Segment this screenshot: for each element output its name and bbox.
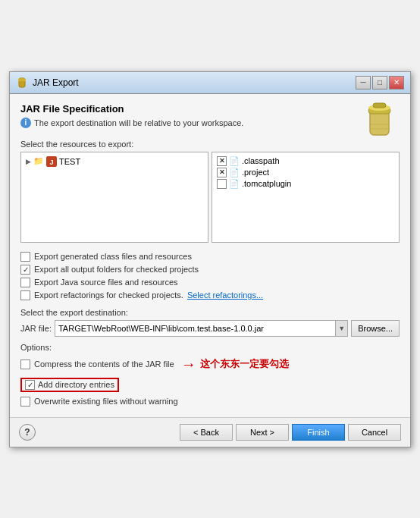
section-title: JAR File Specification <box>20 103 243 115</box>
title-bar-left: JAR Export <box>16 77 79 89</box>
options-label: Options: <box>20 343 400 352</box>
add-directory-label: Add directory entries <box>38 380 114 389</box>
export-options: Export generated class files and resourc… <box>20 250 400 302</box>
info-icon: i <box>20 118 31 128</box>
file-label-tomcatplugin: .tomcatplugin <box>242 179 291 188</box>
window-title: JAR Export <box>33 77 79 88</box>
left-tree-panel[interactable]: ▶ 📁 J TEST <box>20 152 208 243</box>
right-tree-panel[interactable]: ✕ 📄 .classpath ✕ 📄 .project 📄 .tomcatplu… <box>212 152 400 243</box>
checkbox-add-directory[interactable] <box>25 380 35 390</box>
compress-label: Compress the contents of the JAR file <box>34 359 174 369</box>
nav-buttons: < Back Next > Finish Cancel <box>180 424 401 441</box>
java-icon: J <box>46 156 57 167</box>
expand-arrow: ▶ <box>26 158 31 165</box>
section-subtitle: i The export destination will be relativ… <box>20 118 243 128</box>
checkbox-1[interactable] <box>20 265 30 275</box>
annotation-arrow: → <box>181 356 196 373</box>
checkbox-row-0: Export generated class files and resourc… <box>20 250 400 263</box>
bottom-bar: ? < Back Next > Finish Cancel <box>10 417 410 447</box>
checkbox-compress[interactable] <box>20 359 30 369</box>
checkbox-label-0: Export generated class files and resourc… <box>34 252 192 261</box>
tree-item-label: TEST <box>59 157 80 166</box>
file-item-classpath[interactable]: ✕ 📄 .classpath <box>215 155 396 167</box>
highlighted-option-wrapper: Add directory entries <box>20 378 119 392</box>
checkbox-row-3: Export refactorings for checked projects… <box>20 289 400 302</box>
file-checkbox-project[interactable]: ✕ <box>217 168 227 177</box>
jar-graphic <box>362 100 396 140</box>
browse-button[interactable]: Browse... <box>351 320 400 337</box>
overwrite-label: Overwrite existing files without warning <box>34 397 178 406</box>
checkbox-overwrite[interactable] <box>20 397 30 407</box>
maximize-button[interactable]: □ <box>372 76 387 89</box>
destination-label: Select the export destination: <box>20 308 400 317</box>
file-label-project: .project <box>242 168 269 177</box>
header-section: JAR File Specification i The export dest… <box>20 103 400 140</box>
finish-button[interactable]: Finish <box>292 424 345 441</box>
file-checkbox-classpath[interactable]: ✕ <box>217 156 227 166</box>
jar-file-input[interactable] <box>55 324 335 333</box>
next-button[interactable]: Next > <box>236 424 289 441</box>
checkbox-label-1: Export all output folders for checked pr… <box>34 265 199 274</box>
file-icon-tomcatplugin: 📄 <box>229 179 240 189</box>
title-bar: JAR Export ─ □ ✕ <box>10 72 410 94</box>
tree-panels: ▶ 📁 J TEST ✕ 📄 .classpath <box>20 152 400 243</box>
title-controls: ─ □ ✕ <box>356 76 404 89</box>
resources-label: Select the resources to export: <box>20 140 400 149</box>
svg-point-2 <box>18 78 26 81</box>
minimize-button[interactable]: ─ <box>356 76 371 89</box>
file-icon-project: 📄 <box>229 168 240 177</box>
file-label-classpath: .classpath <box>242 156 280 165</box>
checkbox-2[interactable] <box>20 278 30 287</box>
jar-export-dialog: JAR Export ─ □ ✕ JAR File Specification … <box>9 71 411 447</box>
jar-options-section: Options: Compress the contents of the JA… <box>20 343 400 408</box>
annotation-text: 这个东东一定要勾选 <box>200 357 289 371</box>
checkbox-label-2: Export Java source files and resources <box>34 278 178 287</box>
overwrite-row: Overwrite existing files without warning <box>20 395 400 408</box>
jar-file-label: JAR file: <box>20 324 52 333</box>
jar-file-row: JAR file: ▼ Browse... <box>20 320 400 337</box>
subtitle-text: The export destination will be relative … <box>34 118 243 127</box>
tree-item-test[interactable]: ▶ 📁 J TEST <box>24 155 205 168</box>
destination-section: Select the export destination: JAR file:… <box>20 308 400 337</box>
select-refactorings-link[interactable]: Select refactorings... <box>187 290 263 300</box>
jar-input-wrapper[interactable]: ▼ <box>55 320 348 337</box>
file-item-tomcatplugin[interactable]: 📄 .tomcatplugin <box>215 178 396 190</box>
checkbox-3[interactable] <box>20 290 30 300</box>
checkbox-0[interactable] <box>20 252 30 262</box>
svg-rect-6 <box>373 103 386 108</box>
help-button[interactable]: ? <box>19 424 36 441</box>
file-checkbox-tomcatplugin[interactable] <box>217 179 227 189</box>
compress-row: Compress the contents of the JAR file → … <box>20 354 400 375</box>
close-button[interactable]: ✕ <box>389 76 404 89</box>
file-icon-classpath: 📄 <box>229 156 240 166</box>
jar-title-icon <box>16 77 28 89</box>
checkbox-row-2: Export Java source files and resources <box>20 276 400 289</box>
back-button[interactable]: < Back <box>180 424 233 441</box>
cancel-button[interactable]: Cancel <box>348 424 401 441</box>
dialog-content: JAR File Specification i The export dest… <box>10 94 410 417</box>
dropdown-arrow[interactable]: ▼ <box>335 321 347 336</box>
file-item-project[interactable]: ✕ 📄 .project <box>215 167 396 178</box>
checkbox-label-3: Export refactorings for checked projects… <box>34 290 183 300</box>
checkbox-row-1: Export all output folders for checked pr… <box>20 263 400 276</box>
add-directory-row: Add directory entries <box>20 376 400 394</box>
svg-text:J: J <box>49 159 53 166</box>
folder-icon: 📁 <box>33 156 44 166</box>
